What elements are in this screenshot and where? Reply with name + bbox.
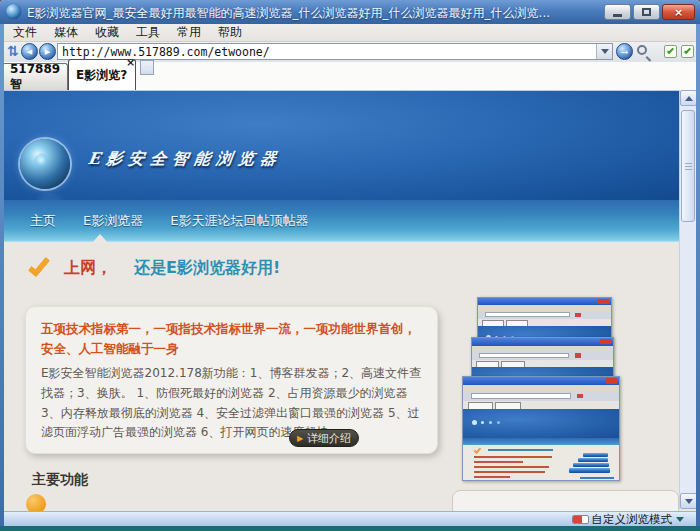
- close-button[interactable]: ×: [662, 4, 695, 20]
- window-controls: ×: [604, 4, 695, 20]
- headline: 上网， 还是E影浏览器好用!: [28, 258, 280, 279]
- back-icon: ◀: [27, 48, 32, 56]
- scroll-up-button[interactable]: [680, 90, 697, 106]
- site-logo-text: E影安全智能浏览器: [87, 149, 284, 170]
- browse-mode-label[interactable]: 自定义浏览模式: [592, 512, 673, 527]
- tab-label: E影浏览?: [76, 67, 127, 84]
- window-border-right: [696, 24, 700, 526]
- toolbar-checkbox-1[interactable]: [664, 45, 677, 58]
- go-button[interactable]: →: [616, 43, 633, 60]
- chevron-down-icon: [601, 49, 609, 54]
- window-title: E影浏览器官网_最安全最好用最智能的高速浏览器_什么浏览器好用_什么浏览器最好用…: [27, 5, 587, 22]
- status-bar: 自定义浏览模式: [4, 511, 696, 526]
- mini-close-icon: [598, 299, 609, 304]
- menu-favorites[interactable]: 收藏: [95, 24, 119, 41]
- check-icon: [28, 254, 51, 278]
- app-globe-icon: [6, 4, 21, 19]
- menu-file[interactable]: 文件: [13, 24, 37, 41]
- browse-mode-icon: [572, 515, 589, 524]
- title-bar[interactable]: E影浏览器官网_最安全最好用最智能的高速浏览器_什么浏览器好用_什么浏览器最好用…: [0, 0, 700, 24]
- headline-part2: 还是E影浏览器好用!: [134, 258, 280, 279]
- mini-close-icon: [606, 378, 617, 384]
- mini-check-icon: [474, 446, 482, 454]
- address-bar: [57, 43, 613, 60]
- tab-label: 517889智: [10, 62, 67, 93]
- minimize-icon: [613, 14, 622, 17]
- section-title: 主要功能: [32, 471, 88, 489]
- active-nav-pointer: [92, 234, 108, 243]
- close-icon: ×: [674, 6, 683, 19]
- address-dropdown-button[interactable]: [596, 44, 612, 59]
- checkmark-icon: [667, 47, 674, 54]
- scroll-down-button[interactable]: [680, 493, 697, 509]
- browser-screenshot-thumbnail: [462, 376, 620, 481]
- chevron-up-icon: [685, 96, 693, 101]
- nav-home[interactable]: 主页: [30, 212, 56, 230]
- detail-button-label: 详细介绍: [307, 431, 351, 446]
- bottom-panel: [452, 490, 679, 512]
- feature-highlight: 五项技术指标第一，一项指技术指标世界一流，一项功能世界首创，安全、人工智能融于一…: [41, 319, 422, 359]
- scrollbar-thumb[interactable]: [681, 110, 695, 222]
- play-icon: ▶: [297, 434, 303, 443]
- nav-browser[interactable]: E影浏览器: [83, 212, 143, 230]
- mini-title-bar: [478, 298, 611, 305]
- feature-card: 五项技术指标第一，一项指技术指标世界一流，一项功能世界首创，安全、人工智能融于一…: [25, 306, 438, 454]
- tab-close-icon[interactable]: ×: [126, 56, 135, 69]
- site-logo-orb-icon: [20, 139, 70, 189]
- maximize-icon: [642, 8, 651, 16]
- maximize-button[interactable]: [633, 4, 660, 20]
- mini-title-bar: [463, 377, 619, 385]
- go-arrow-icon: →: [621, 47, 629, 57]
- tab-bar: 517889智 E影浏览? ×: [4, 62, 696, 90]
- toolbar-checkbox-2[interactable]: [681, 45, 694, 58]
- mini-close-icon: [600, 339, 611, 344]
- mini-title-bar: [472, 338, 613, 346]
- menu-help[interactable]: 帮助: [218, 24, 242, 41]
- search-icon[interactable]: [637, 45, 647, 55]
- site-banner: E影安全智能浏览器: [4, 90, 679, 200]
- mini-books-image: [569, 453, 610, 472]
- forward-icon: ▶: [45, 48, 50, 56]
- feature-body: E影安全智能浏览器2012.178新功能：1、博客群发器；2、高速文件查找器；3…: [41, 364, 422, 443]
- headline-part1: 上网，: [64, 258, 112, 279]
- window-border-bottom: [0, 526, 700, 531]
- minimize-button[interactable]: [604, 4, 631, 20]
- chevron-down-icon: [685, 499, 693, 504]
- menu-common[interactable]: 常用: [177, 24, 201, 41]
- tab-517889[interactable]: 517889智: [2, 63, 68, 90]
- forward-button[interactable]: ▶: [39, 43, 56, 60]
- new-tab-button[interactable]: [140, 60, 154, 75]
- menu-tools[interactable]: 工具: [136, 24, 160, 41]
- menu-media[interactable]: 媒体: [54, 24, 78, 41]
- nav-forum-tool[interactable]: E影天涯论坛回帖顶帖器: [170, 212, 308, 230]
- browser-window: E影浏览器官网_最安全最好用最智能的高速浏览器_什么浏览器好用_什么浏览器最好用…: [0, 0, 700, 531]
- detail-button[interactable]: ▶ 详细介绍: [289, 429, 359, 447]
- window-border-left: [0, 24, 4, 526]
- sync-icon[interactable]: ⇅: [7, 43, 19, 59]
- back-button[interactable]: ◀: [21, 43, 38, 60]
- vertical-scrollbar[interactable]: [679, 90, 696, 509]
- address-input[interactable]: [58, 45, 596, 59]
- dropdown-caret-icon[interactable]: [676, 517, 684, 522]
- checkmark-icon: [684, 47, 691, 54]
- menu-bar: 文件 媒体 收藏 工具 常用 帮助: [4, 24, 696, 42]
